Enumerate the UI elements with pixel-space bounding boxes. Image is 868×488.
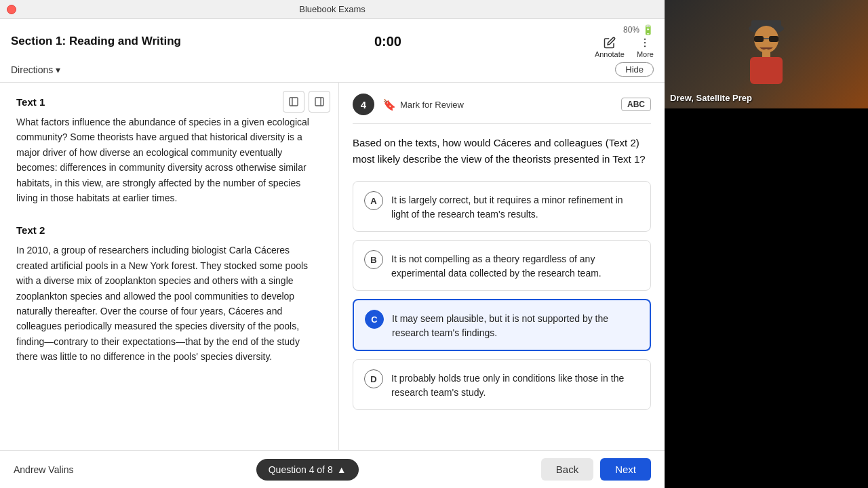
option-letter-a: A bbox=[364, 191, 383, 210]
question-nav-label: Question 4 of 8 bbox=[269, 464, 333, 475]
answer-option-b[interactable]: B It is not compelling as a theory regar… bbox=[353, 240, 651, 291]
expand-right-button[interactable] bbox=[309, 91, 330, 113]
svg-point-2 bbox=[644, 45, 646, 47]
webcam-label: Drew, Satellite Prep bbox=[670, 93, 752, 103]
answer-option-d[interactable]: D It probably holds true only in conditi… bbox=[353, 359, 651, 410]
text2-body: In 2010, a group of researchers includin… bbox=[16, 243, 322, 364]
answer-option-a[interactable]: A It is largely correct, but it requires… bbox=[353, 181, 651, 232]
left-panel: Text 1 What factors influence the abunda… bbox=[0, 83, 339, 450]
option-text-c: It may seem plausible, but it is not sup… bbox=[392, 310, 639, 340]
svg-rect-10 bbox=[754, 36, 764, 42]
directions-label: Directions bbox=[11, 64, 53, 75]
more-label: More bbox=[637, 50, 654, 58]
svg-rect-5 bbox=[315, 98, 323, 106]
back-button[interactable]: Back bbox=[541, 458, 593, 481]
title-bar: Bluebook Exams bbox=[0, 0, 665, 19]
app-title: Bluebook Exams bbox=[299, 4, 366, 14]
content-area: Text 1 What factors influence the abunda… bbox=[0, 83, 665, 450]
directions-button[interactable]: Directions ▾ bbox=[11, 64, 60, 75]
hide-button[interactable]: Hide bbox=[615, 62, 654, 77]
chevron-down-icon: ▾ bbox=[56, 64, 60, 75]
annotate-label: Annotate bbox=[595, 50, 625, 58]
expand-icons bbox=[283, 91, 330, 113]
question-text: Based on the texts, how would Cáceres an… bbox=[353, 135, 651, 167]
option-text-d: It probably holds true only in condition… bbox=[391, 369, 639, 400]
option-text-b: It is not compelling as a theory regardl… bbox=[391, 250, 639, 281]
question-header: 4 🔖 Mark for Review ABC bbox=[353, 94, 651, 124]
more-button[interactable]: More bbox=[637, 37, 654, 58]
battery-icon: 🔋 bbox=[642, 24, 654, 35]
close-button[interactable] bbox=[7, 5, 16, 14]
option-letter-d: D bbox=[364, 369, 383, 388]
annotate-button[interactable]: Annotate bbox=[595, 37, 625, 58]
header: Section 1: Reading and Writing 0:00 80% … bbox=[0, 19, 665, 83]
expand-left-button[interactable] bbox=[283, 91, 304, 113]
footer: Andrew Valins Question 4 of 8 ▲ Back Nex… bbox=[0, 450, 665, 488]
right-panel: 4 🔖 Mark for Review ABC Based on the tex… bbox=[339, 83, 665, 450]
svg-rect-14 bbox=[750, 57, 783, 84]
webcam-feed: Drew, Satellite Prep bbox=[665, 0, 868, 108]
chevron-up-icon: ▲ bbox=[337, 464, 347, 475]
text1-label: Text 1 bbox=[16, 96, 322, 108]
next-button[interactable]: Next bbox=[600, 458, 651, 481]
header-right: 80% 🔋 Annotate Mo bbox=[595, 24, 654, 58]
annotate-more: Annotate More bbox=[595, 37, 654, 58]
answer-option-c[interactable]: C It may seem plausible, but it is not s… bbox=[353, 299, 651, 351]
abc-button[interactable]: ABC bbox=[621, 98, 651, 111]
person-silhouette bbox=[739, 14, 793, 95]
svg-rect-3 bbox=[290, 98, 298, 106]
footer-buttons: Back Next bbox=[541, 458, 651, 481]
battery-row: 80% 🔋 bbox=[623, 24, 654, 35]
bookmark-icon: 🔖 bbox=[382, 98, 396, 111]
section-title: Section 1: Reading and Writing bbox=[11, 35, 181, 48]
svg-point-0 bbox=[644, 39, 646, 40]
webcam-panel: Drew, Satellite Prep bbox=[665, 0, 868, 488]
mark-review-label: Mark for Review bbox=[400, 100, 464, 110]
battery-percentage: 80% bbox=[623, 25, 639, 35]
question-nav-button[interactable]: Question 4 of 8 ▲ bbox=[256, 459, 359, 481]
timer: 0:00 bbox=[374, 34, 401, 49]
text1-body: What factors influence the abundance of … bbox=[16, 115, 322, 205]
option-text-a: It is largely correct, but it requires a… bbox=[391, 191, 639, 222]
svg-rect-11 bbox=[769, 36, 778, 42]
text2-label: Text 2 bbox=[16, 224, 322, 236]
mark-review-button[interactable]: 🔖 Mark for Review bbox=[382, 98, 613, 111]
question-number-badge: 4 bbox=[353, 94, 374, 115]
option-letter-b: B bbox=[364, 250, 383, 269]
user-name: Andrew Valins bbox=[14, 464, 73, 475]
svg-point-1 bbox=[644, 42, 646, 43]
option-letter-c: C bbox=[365, 310, 384, 329]
